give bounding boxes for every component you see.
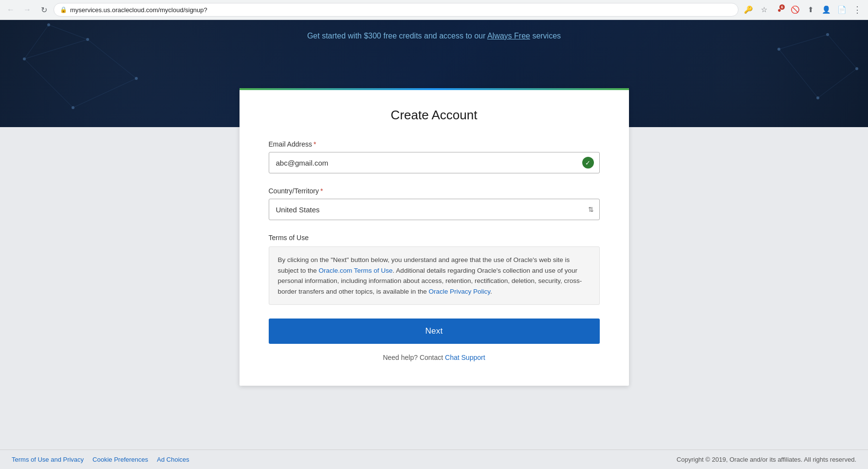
terms-label: Terms of Use — [269, 234, 600, 242]
country-required-marker: * — [320, 187, 323, 195]
footer-link-terms[interactable]: Terms of Use and Privacy — [12, 456, 84, 463]
email-input[interactable] — [269, 152, 600, 173]
oracle-terms-link[interactable]: Oracle.com Terms of Use — [319, 267, 393, 274]
menu-button[interactable]: ⋮ — [850, 3, 864, 17]
forward-button[interactable]: → — [20, 3, 34, 17]
address-bar[interactable]: 🔒 myservices.us.oraclecloud.com/mycloud/… — [54, 3, 739, 17]
extension-icon-button[interactable]: ● 6 — [773, 3, 786, 17]
footer-copyright: Copyright © 2019, Oracle and/or its affi… — [677, 456, 856, 463]
card-top-bar — [240, 88, 629, 90]
svg-point-15 — [777, 48, 780, 51]
banner-message: Get started with $300 free credits and a… — [297, 32, 571, 40]
url-text: myservices.us.oraclecloud.com/mycloud/si… — [70, 6, 732, 14]
svg-line-1 — [88, 39, 136, 78]
banner-text-after: services — [530, 32, 561, 40]
browser-toolbar: ← → ↻ 🔒 myservices.us.oraclecloud.com/my… — [0, 0, 868, 19]
pdf-icon-button[interactable]: 📄 — [835, 3, 849, 17]
always-free-link[interactable]: Always Free — [487, 32, 530, 40]
email-valid-icon: ✓ — [582, 157, 594, 169]
upload-icon-button[interactable]: ⬆ — [804, 3, 817, 17]
toolbar-icons: 🔑 ☆ ● 6 🚫 ⬆ 👤 📄 ⋮ — [741, 3, 864, 17]
footer-links: Terms of Use and Privacy Cookie Preferen… — [12, 456, 189, 463]
terms-section: Terms of Use By clicking on the "Next" b… — [269, 234, 600, 305]
back-button[interactable]: ← — [4, 3, 18, 17]
bookmark-icon-button[interactable]: ☆ — [757, 3, 771, 17]
banner-text-before: Get started with $300 free credits and a… — [307, 32, 487, 40]
svg-point-8 — [135, 77, 138, 80]
form-title: Create Account — [269, 108, 600, 123]
svg-line-5 — [24, 25, 49, 59]
svg-point-16 — [826, 33, 829, 36]
page-wrapper: Get started with $300 free credits and a… — [0, 20, 868, 450]
oracle-privacy-link[interactable]: Oracle Privacy Policy — [428, 288, 490, 295]
help-text-label: Need help? Contact — [383, 354, 445, 361]
footer-link-cookies[interactable]: Cookie Preferences — [92, 456, 148, 463]
next-button[interactable]: Next — [269, 319, 600, 344]
lock-icon: 🔒 — [60, 6, 67, 13]
footer-link-adchoices[interactable]: Ad Choices — [157, 456, 189, 463]
email-input-wrapper: ✓ — [269, 152, 600, 173]
country-select[interactable]: United States Canada United Kingdom Aust… — [269, 199, 600, 220]
browser-chrome: ← → ↻ 🔒 myservices.us.oraclecloud.com/my… — [0, 0, 868, 20]
form-card: Create Account Email Address* ✓ Country/… — [240, 88, 629, 386]
terms-box: By clicking on the "Next" button below, … — [269, 246, 600, 305]
email-field-group: Email Address* ✓ — [269, 140, 600, 173]
svg-point-7 — [86, 38, 89, 41]
svg-point-6 — [23, 57, 26, 60]
block-icon-button[interactable]: 🚫 — [788, 3, 802, 17]
email-label: Email Address* — [269, 140, 600, 148]
svg-point-10 — [47, 23, 50, 26]
svg-point-17 — [855, 67, 858, 70]
svg-line-12 — [828, 35, 857, 69]
profile-icon-button[interactable]: 👤 — [819, 3, 833, 17]
country-field-group: Country/Territory* United States Canada … — [269, 187, 600, 220]
country-label: Country/Territory* — [269, 187, 600, 195]
svg-line-0 — [24, 39, 88, 59]
help-text: Need help? Contact Chat Support — [269, 354, 600, 361]
svg-line-11 — [779, 35, 828, 49]
form-card-wrapper: Create Account Email Address* ✓ Country/… — [240, 88, 629, 450]
terms-text-after: . — [490, 288, 492, 295]
chat-support-link[interactable]: Chat Support — [445, 354, 485, 361]
svg-line-4 — [49, 25, 88, 39]
country-select-wrapper: United States Canada United Kingdom Aust… — [269, 199, 600, 220]
page-footer: Terms of Use and Privacy Cookie Preferen… — [0, 450, 868, 469]
email-required-marker: * — [314, 140, 316, 148]
reload-button[interactable]: ↻ — [37, 3, 51, 17]
key-icon-button[interactable]: 🔑 — [741, 3, 755, 17]
form-card-container: Create Account Email Address* ✓ Country/… — [0, 88, 868, 450]
